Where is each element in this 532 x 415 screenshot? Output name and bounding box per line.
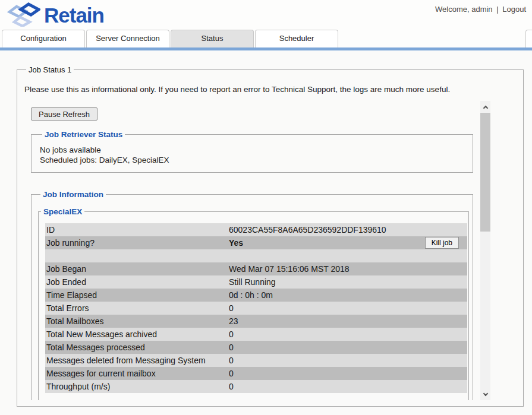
row-label: Messages for current mailbox xyxy=(45,369,229,378)
welcome-bar: Welcome, admin | Logout xyxy=(433,5,526,14)
row-value: Still Running xyxy=(229,277,467,287)
welcome-divider: | xyxy=(496,5,498,14)
table-row: Total New Messages archived0 xyxy=(45,328,467,341)
tab-server-connection[interactable]: Server Connection xyxy=(86,30,169,47)
table-row: Messages for current mailbox0 xyxy=(45,367,467,380)
row-label: Total Mailboxes xyxy=(45,316,229,326)
welcome-text: Welcome, admin xyxy=(435,5,493,14)
retain-logo-icon xyxy=(7,2,40,29)
table-row: Total Messages processed0 xyxy=(45,341,467,354)
row-label: Messages deleted from Messaging System xyxy=(45,356,229,365)
job-retriever-status-panel: Job Retriever Status No jobs availableSc… xyxy=(31,130,473,173)
row-value: 23 xyxy=(229,316,467,326)
main-content: Job Status 1 Please use this as informat… xyxy=(0,50,532,407)
job-information-legend: Job Information xyxy=(40,190,106,199)
row-label: Job running? xyxy=(45,238,229,248)
job-retriever-lines: No jobs availableScheduled jobs: DailyEX… xyxy=(40,145,473,165)
row-label: Job Began xyxy=(45,264,229,274)
scrollbar-up-button[interactable] xyxy=(480,101,490,113)
row-value: Wed Mar 07 15:16:06 MST 2018 xyxy=(229,264,467,274)
table-row: Job EndedStill Running xyxy=(45,275,467,289)
row-value: 0 xyxy=(229,303,467,313)
retriever-status-line: Scheduled jobs: DailyEX, SpecialEX xyxy=(40,156,473,166)
row-label: Throughput (m/s) xyxy=(45,382,229,391)
table-row: Messages deleted from Messaging System0 xyxy=(45,354,467,367)
table-row: Total Errors0 xyxy=(45,302,467,315)
row-value: 0 xyxy=(229,330,467,339)
row-label: Job Ended xyxy=(45,277,229,287)
logout-link[interactable]: Logout xyxy=(502,5,526,14)
scrollbar-thumb[interactable] xyxy=(480,113,490,232)
row-label: Total Errors xyxy=(45,303,229,313)
logo-text: Retain xyxy=(44,3,104,28)
row-value: 0 xyxy=(229,356,467,365)
retriever-status-line: No jobs available xyxy=(40,145,473,156)
job-retriever-status-legend: Job Retriever Status xyxy=(42,130,125,139)
scrollbar-down-button[interactable] xyxy=(480,388,490,400)
row-value: 60023CA55F8A6A65D236592DDF139610 xyxy=(229,225,467,235)
tab-status[interactable]: Status xyxy=(171,30,254,47)
job-table: ID60023CA55F8A6A65D236592DDF139610Job ru… xyxy=(45,223,467,393)
status-scroll-content: Pause Refresh Job Retriever Status No jo… xyxy=(24,101,491,400)
table-row: Total Mailboxes23 xyxy=(45,315,467,328)
job-status-legend: Job Status 1 xyxy=(26,65,74,74)
pause-refresh-button[interactable]: Pause Refresh xyxy=(31,107,97,121)
tab-scheduler[interactable]: Scheduler xyxy=(255,30,338,47)
row-label: Total Messages processed xyxy=(45,343,229,352)
row-value: 0 xyxy=(229,382,467,391)
table-row xyxy=(45,249,467,262)
tab-configuration[interactable]: Configuration xyxy=(2,30,85,47)
info-text: Please use this as informational only. I… xyxy=(24,85,523,94)
table-row: Job running?YesKill job xyxy=(45,236,467,249)
row-value: 0 xyxy=(229,369,467,378)
scrollbar[interactable] xyxy=(480,101,490,400)
table-row: Throughput (m/s)0 xyxy=(45,380,467,393)
table-row: ID60023CA55F8A6A65D236592DDF139610 xyxy=(45,223,467,236)
retain-logo[interactable]: Retain xyxy=(7,2,104,29)
tab-partial[interactable] xyxy=(525,30,532,47)
row-label: Total New Messages archived xyxy=(45,330,229,339)
chevron-down-icon xyxy=(483,391,487,395)
job-information-panel: Job Information SpecialEX ID60023CA55F8A… xyxy=(31,190,473,400)
table-row: Job BeganWed Mar 07 15:16:06 MST 2018 xyxy=(45,262,467,275)
job-status-panel: Job Status 1 Please use this as informat… xyxy=(17,65,524,407)
row-label: Time Elapsed xyxy=(45,290,229,300)
tab-bar: ConfigurationServer ConnectionStatusSche… xyxy=(0,28,532,50)
row-value: 0d : 0h : 0m xyxy=(229,290,467,300)
app-header: Retain Welcome, admin | Logout xyxy=(0,0,532,28)
table-row: Time Elapsed0d : 0h : 0m xyxy=(45,289,467,302)
chevron-up-icon xyxy=(483,105,487,110)
row-label: ID xyxy=(45,225,229,235)
special-ex-legend: SpecialEX xyxy=(41,207,84,216)
row-value: 0 xyxy=(229,343,467,352)
status-scroll-region: Pause Refresh Job Retriever Status No jo… xyxy=(24,101,491,400)
special-ex-panel: SpecialEX ID60023CA55F8A6A65D236592DDF13… xyxy=(38,207,469,400)
kill-job-button[interactable]: Kill job xyxy=(425,237,459,249)
